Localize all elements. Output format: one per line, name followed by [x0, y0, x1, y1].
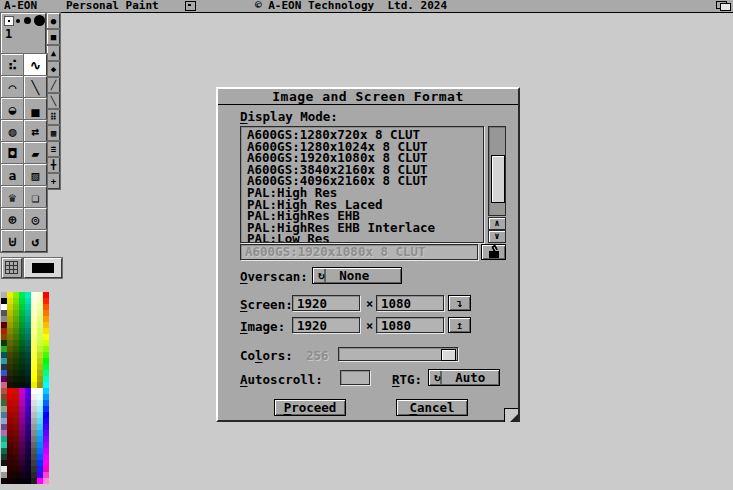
- screen-width-input[interactable]: [292, 295, 360, 311]
- overscan-label: Overscan:: [240, 269, 308, 284]
- menubar: A-EON Personal Paint © A-EON Technology …: [0, 0, 733, 13]
- toolbox: ⠮∿⌒╲◒▄◍⇄◘▰a▨♛❏⊕◎⊎↺: [1, 54, 47, 252]
- sparse-dots-pattern-button[interactable]: ⠿: [47, 109, 60, 125]
- select-tool-button[interactable]: ❏: [24, 186, 47, 208]
- thick-cross-brush-button[interactable]: ╋: [47, 157, 60, 173]
- colors-slider-knob[interactable]: [441, 349, 456, 361]
- image-width-input[interactable]: [292, 317, 360, 333]
- polygon-tool-button[interactable]: ⇄: [24, 120, 47, 142]
- copyright-text: © A-EON Technology Ltd. 2024: [255, 0, 447, 11]
- lock-button[interactable]: [481, 244, 506, 260]
- autoscroll-checkbox[interactable]: [340, 370, 370, 385]
- copy-screen-to-image-button[interactable]: ↴: [448, 295, 471, 311]
- brush-size-4[interactable]: [34, 15, 45, 26]
- chevron-up-icon: ∧: [494, 219, 499, 228]
- cycle-icon: ↻▏: [318, 269, 331, 282]
- dotted-freehand-tool-button[interactable]: ⠮: [1, 54, 24, 76]
- rtg-label: RTG:: [392, 372, 422, 387]
- scrollbar-thumb[interactable]: [491, 155, 505, 203]
- iconify-icon[interactable]: [185, 1, 196, 11]
- undo-tool-button[interactable]: ↺: [24, 230, 47, 252]
- screen-depth-icon[interactable]: [716, 1, 731, 10]
- freehand-tool-button[interactable]: ∿: [24, 54, 47, 76]
- cycle-icon: ↻▏: [434, 371, 447, 384]
- autoscroll-label: Autoscroll:: [240, 372, 323, 387]
- zoom-in-tool-button[interactable]: ⊕: [1, 208, 24, 230]
- thin-cross-brush-button[interactable]: +: [47, 173, 60, 189]
- magnify-tool-button[interactable]: ◎: [24, 208, 47, 230]
- circle-brush-button[interactable]: ●: [47, 13, 60, 29]
- brush-size-selector[interactable]: 1: [1, 13, 46, 54]
- screen-times-separator: ×: [366, 297, 373, 311]
- dense-dots-pattern-button[interactable]: ▩: [47, 125, 60, 141]
- brush-size-2[interactable]: [16, 19, 20, 23]
- brush-size-1[interactable]: [4, 16, 14, 26]
- rtg-value: Auto: [455, 370, 485, 385]
- slash-brush-button[interactable]: ╱: [47, 77, 60, 93]
- diamond-brush-button[interactable]: ◆: [47, 61, 60, 77]
- fill-tool-button[interactable]: ▰: [24, 142, 47, 164]
- display-mode-list[interactable]: A600GS:1280x720x 8 CLUTA600GS:1280x1024x…: [240, 126, 484, 243]
- pattern-grid-icon[interactable]: [2, 258, 22, 278]
- palette-color[interactable]: [43, 478, 49, 484]
- backslash-brush-button[interactable]: ╲: [47, 93, 60, 109]
- cancel-button[interactable]: Cancel: [396, 399, 468, 416]
- chevron-down-icon: ∨: [494, 232, 499, 241]
- airbrush-tool-button[interactable]: ◘: [1, 142, 24, 164]
- arrow-corner-down-icon: ↴: [456, 297, 463, 310]
- overscan-cycle-button[interactable]: ↻▏ None: [312, 267, 402, 284]
- image-label: Image:: [240, 319, 285, 334]
- brush-tool-button[interactable]: ♛: [1, 186, 24, 208]
- image-times-separator: ×: [366, 319, 373, 333]
- screen-label: Screen:: [240, 297, 293, 312]
- triangle-brush-button[interactable]: ▲: [47, 45, 60, 61]
- filled-ellipse-tool-button[interactable]: ◍: [1, 120, 24, 142]
- colors-value: 256: [306, 348, 329, 363]
- image-height-input[interactable]: [376, 317, 444, 333]
- copy-image-to-screen-button[interactable]: ↥: [448, 317, 471, 333]
- resize-triangle-icon: [510, 414, 518, 422]
- scrollbar-track[interactable]: [488, 126, 506, 216]
- ellipse-tool-button[interactable]: ◒: [1, 98, 24, 120]
- screen-title: A-EON: [4, 0, 37, 11]
- scroll-down-button[interactable]: ∨: [488, 230, 506, 243]
- brush-size-3[interactable]: [24, 17, 31, 24]
- mode-list-item[interactable]: PAL:Low Res: [247, 233, 483, 243]
- square-brush-button[interactable]: ■: [47, 29, 60, 45]
- text-tool-button[interactable]: a: [1, 164, 24, 186]
- lines-pattern-button[interactable]: ≡: [47, 141, 60, 157]
- scroll-up-button[interactable]: ∧: [488, 217, 506, 230]
- app-title: Personal Paint: [66, 0, 159, 11]
- display-mode-label: Display Mode:: [240, 109, 338, 124]
- dialog-title: Image and Screen Format: [272, 89, 464, 104]
- rectangle-tool-button[interactable]: ▄: [24, 98, 47, 120]
- color-palette: [1, 292, 49, 484]
- mode-list-scrollbar: ∧ ∨: [488, 126, 506, 243]
- curve-tool-button[interactable]: ⌒: [1, 76, 24, 98]
- image-screen-format-dialog: Image and Screen Format Display Mode: A6…: [216, 87, 520, 422]
- resize-handle[interactable]: [504, 408, 518, 422]
- colors-label: Colors:: [240, 348, 293, 363]
- brush-size-label: 1: [5, 28, 12, 40]
- unlock-icon: [489, 251, 499, 258]
- gradient-tool-button[interactable]: ▨: [24, 164, 47, 186]
- screen-height-input[interactable]: [376, 295, 444, 311]
- rtg-cycle-button[interactable]: ↻▏ Auto: [428, 369, 500, 386]
- line-tool-button[interactable]: ╲: [24, 76, 47, 98]
- current-color-swatch[interactable]: [24, 258, 62, 278]
- dialog-title-bar[interactable]: Image and Screen Format: [218, 89, 518, 105]
- arrow-corner-up-icon: ↥: [456, 319, 463, 332]
- colors-slider[interactable]: [338, 347, 458, 361]
- trash-tool-button[interactable]: ⊎: [1, 230, 24, 252]
- screen: { "menubar": { "screen_name": "A-EON", "…: [0, 0, 733, 490]
- mode-string-field[interactable]: A600GS:1920x1080x 8 CLUT: [240, 244, 478, 260]
- toolbox-strip: ●■▲◆╱╲⠿▩≡╋+: [47, 13, 60, 189]
- proceed-button[interactable]: Proceed: [274, 399, 346, 416]
- overscan-value: None: [339, 268, 369, 283]
